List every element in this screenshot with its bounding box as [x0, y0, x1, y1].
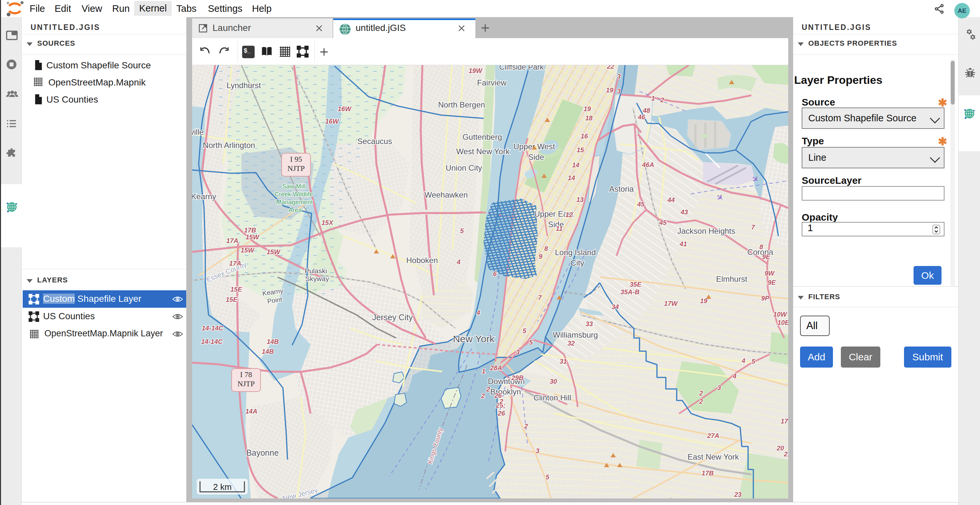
- svg-text:Union City: Union City: [446, 164, 482, 172]
- svg-text:26: 26: [497, 410, 505, 417]
- svg-text:I 95: I 95: [290, 155, 302, 164]
- svg-text:Cliffside Park: Cliffside Park: [499, 65, 544, 71]
- svg-text:2: 2: [499, 398, 503, 405]
- svg-text:7: 7: [751, 224, 755, 231]
- svg-text:8: 8: [544, 245, 548, 252]
- svg-text:Williamsburg: Williamsburg: [553, 330, 598, 339]
- svg-text:Bayonne: Bayonne: [247, 448, 279, 457]
- svg-text:15X: 15X: [321, 219, 334, 226]
- svg-text:15E: 15E: [230, 286, 242, 293]
- svg-text:Pulaski: Pulaski: [305, 267, 327, 275]
- svg-text:34: 34: [612, 303, 619, 310]
- svg-text:9P: 9P: [761, 295, 770, 302]
- svg-text:4: 4: [456, 259, 460, 266]
- svg-text:4: 4: [476, 309, 480, 316]
- svg-text:2: 2: [660, 96, 664, 103]
- svg-text:NJTP: NJTP: [237, 380, 255, 388]
- svg-text:15W: 15W: [245, 233, 259, 241]
- svg-text:14A: 14A: [245, 408, 258, 415]
- svg-text:45: 45: [659, 219, 667, 226]
- svg-text:14-14C: 14-14C: [202, 324, 223, 332]
- svg-text:28A: 28A: [490, 364, 502, 372]
- svg-text:9E: 9E: [768, 279, 776, 286]
- svg-text:17: 17: [781, 418, 788, 425]
- svg-text:12: 12: [565, 211, 573, 218]
- svg-text:2: 2: [699, 390, 703, 397]
- svg-text:14-14C: 14-14C: [201, 338, 223, 345]
- svg-text:Secaucus: Secaucus: [357, 137, 392, 146]
- svg-text:2: 2: [524, 422, 528, 430]
- svg-text:46: 46: [638, 113, 646, 121]
- svg-text:41: 41: [679, 240, 687, 248]
- svg-text:1: 1: [651, 95, 655, 102]
- svg-text:Elmhurst: Elmhurst: [716, 275, 748, 283]
- svg-text:10E: 10E: [777, 319, 788, 326]
- svg-text:East New York: East New York: [687, 453, 739, 461]
- svg-text:Guttenberg: Guttenberg: [463, 132, 502, 141]
- svg-text:13: 13: [576, 196, 584, 203]
- svg-text:5: 5: [529, 339, 533, 346]
- svg-text:43: 43: [680, 208, 688, 216]
- svg-text:11: 11: [556, 225, 563, 232]
- svg-text:Jersey City: Jersey City: [372, 313, 413, 322]
- svg-text:7: 7: [538, 294, 542, 301]
- svg-text:17B: 17B: [702, 470, 714, 477]
- svg-text:North Bergen: North Bergen: [438, 100, 485, 109]
- svg-text:2: 2: [699, 398, 703, 405]
- svg-text:West New York: West New York: [456, 147, 510, 156]
- svg-text:Clinton Hill: Clinton Hill: [534, 393, 571, 402]
- svg-text:16W: 16W: [325, 118, 339, 125]
- svg-text:20: 20: [776, 445, 784, 452]
- svg-text:3: 3: [617, 87, 620, 95]
- svg-text:Skyway: Skyway: [305, 275, 329, 283]
- svg-text:2: 2: [480, 392, 485, 399]
- svg-text:15W: 15W: [240, 246, 255, 254]
- svg-text:15W: 15W: [266, 248, 281, 256]
- svg-text:Astoria: Astoria: [609, 184, 634, 193]
- svg-text:3: 3: [516, 348, 519, 356]
- svg-text:4: 4: [741, 357, 745, 364]
- svg-text:23: 23: [734, 491, 741, 498]
- svg-text:9W: 9W: [765, 270, 775, 277]
- svg-text:14: 14: [572, 162, 579, 169]
- svg-text:21: 21: [784, 450, 788, 458]
- svg-text:30: 30: [550, 378, 557, 385]
- svg-text:3: 3: [536, 447, 539, 454]
- svg-text:NJTP: NJTP: [288, 164, 305, 173]
- svg-text:3: 3: [617, 73, 620, 80]
- svg-text:16W: 16W: [337, 105, 352, 113]
- svg-text:5: 5: [751, 358, 755, 365]
- svg-text:Kearny: Kearny: [192, 192, 216, 201]
- svg-text:9E: 9E: [762, 253, 770, 260]
- svg-text:14B: 14B: [267, 338, 279, 345]
- svg-text:10W: 10W: [773, 311, 787, 318]
- svg-text:Weehawken: Weehawken: [424, 191, 468, 199]
- svg-text:1: 1: [482, 368, 485, 375]
- svg-text:31: 31: [560, 358, 567, 365]
- svg-text:48: 48: [643, 107, 651, 114]
- svg-text:14: 14: [568, 174, 575, 181]
- svg-text:27A: 27A: [707, 432, 719, 439]
- svg-text:33: 33: [585, 320, 593, 327]
- svg-text:6: 6: [493, 270, 497, 278]
- svg-text:15E: 15E: [226, 296, 237, 303]
- svg-text:Creek Wildlife: Creek Wildlife: [274, 191, 313, 198]
- svg-text:8: 8: [759, 243, 763, 251]
- svg-text:Lyndhurst: Lyndhurst: [227, 81, 261, 90]
- svg-text:45: 45: [637, 200, 645, 208]
- svg-text:I 78: I 78: [240, 370, 252, 379]
- svg-text:32: 32: [568, 340, 575, 347]
- svg-text:15: 15: [577, 146, 584, 154]
- svg-text:Fairview: Fairview: [477, 78, 507, 87]
- svg-text:17A: 17A: [226, 237, 239, 244]
- svg-text:17W: 17W: [664, 300, 678, 307]
- svg-text:19: 19: [584, 105, 591, 113]
- svg-text:Saw Mill: Saw Mill: [282, 183, 305, 190]
- svg-text:North Arlington: North Arlington: [203, 141, 255, 149]
- svg-text:44: 44: [667, 196, 675, 203]
- svg-text:Long Island: Long Island: [555, 248, 596, 257]
- svg-text:5: 5: [522, 327, 527, 334]
- svg-text:16: 16: [581, 132, 588, 140]
- svg-text:5: 5: [460, 227, 464, 234]
- svg-text:29B: 29B: [511, 374, 524, 381]
